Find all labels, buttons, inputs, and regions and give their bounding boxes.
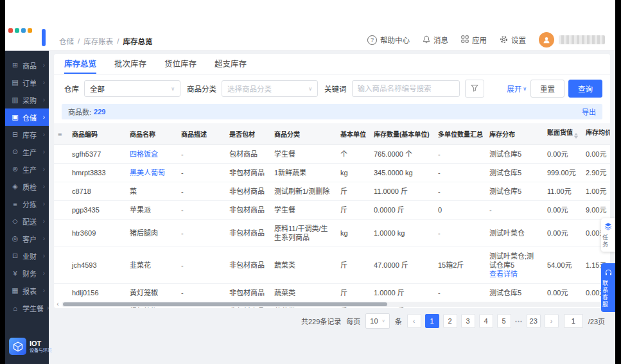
column-header-book_value[interactable]: 账面货值 [543, 123, 582, 145]
name-cell: 猪后腿肉 [126, 220, 177, 247]
sort-icon[interactable] [574, 131, 578, 141]
qty-cell: 0.0000 斤 [370, 201, 434, 220]
logo-block-orange [28, 28, 32, 33]
chevron-right-icon: › [43, 183, 45, 190]
distribution-cell: 测试仓库5 [485, 284, 543, 302]
name-cell: 黄灯笼椒 [126, 284, 177, 302]
qty-cell: 345.0000 kg [370, 164, 434, 182]
tab-批次库存[interactable]: 批次库存 [114, 54, 146, 74]
column-header-multi[interactable]: 多单位数量汇总 [434, 123, 485, 145]
sidebar-item-质检[interactable]: ◈质检› [5, 178, 49, 195]
column-header-avg_price[interactable]: 库存均价 [582, 123, 610, 145]
sidebar-item-业财[interactable]: ⊡业财› [5, 247, 49, 264]
breadcrumb-separator: / [117, 37, 119, 45]
column-header-unit[interactable]: 基本单位 [337, 123, 370, 145]
prev-page-button[interactable]: ‹ [407, 314, 421, 328]
column-header-packaging[interactable]: 是否包材 [225, 123, 270, 145]
page-button-23[interactable]: 23 [527, 314, 541, 328]
column-header-desc[interactable]: 商品描述 [177, 123, 225, 145]
sidebar-item-分拣[interactable]: ≡分拣› [5, 195, 49, 212]
sidebar-item-生产[interactable]: ⊙生产› [5, 143, 49, 160]
orders-icon: ▤ [11, 78, 19, 87]
user-menu[interactable] [539, 32, 605, 48]
sidebar-item-客户[interactable]: ◎客户› [5, 230, 49, 247]
packaging-cell: 非包材商品 [225, 247, 270, 284]
tasks-float-button[interactable]: 任务 [601, 218, 615, 252]
desc-cell: - [177, 145, 225, 164]
tab-库存总览[interactable]: 库存总览 [64, 54, 96, 74]
sidebar-item-仓储[interactable]: ▣仓储› [5, 108, 49, 126]
column-header-name[interactable]: 商品名称 [126, 123, 177, 145]
sidebar-item-生产[interactable]: ⊚生产› [5, 160, 49, 178]
support-float-button[interactable]: 联系客服 [601, 263, 615, 312]
reset-button[interactable]: 重置 [530, 80, 564, 98]
help-label: 帮助中心 [380, 35, 410, 45]
column-header-qty[interactable]: 库存数量(基本单位) [370, 123, 434, 145]
brand-title: IOT [30, 340, 52, 347]
advanced-filter-button[interactable] [465, 80, 484, 98]
sidebar-item-订单[interactable]: ▤订单› [5, 74, 49, 91]
sidebar-item-库存[interactable]: ⊟库存› [5, 126, 49, 143]
category-cell: 1新鲜蔬果 [270, 164, 337, 182]
column-header-category[interactable]: 商品分类 [270, 123, 337, 145]
tab-超支库存[interactable]: 超支库存 [214, 54, 247, 74]
sidebar-item-报表[interactable]: ▦报表› [5, 282, 49, 299]
chevron-down-icon: ∨ [304, 86, 312, 92]
column-settings-icon[interactable]: ≡ [58, 130, 62, 138]
tab-货位库存[interactable]: 货位库存 [164, 54, 197, 74]
sidebar-item-label: 质检 [22, 182, 37, 192]
messages-button[interactable]: 消息 [423, 35, 448, 45]
settings-button[interactable]: 设置 [500, 35, 526, 45]
page-jump-input[interactable] [564, 314, 583, 328]
name-cell: 苹果派 [126, 201, 177, 220]
app-window: 仓储 / 库存账表 / 库存总览 ? 帮助中心 消息 应用 设置 [5, 0, 615, 364]
sidebar-item-商品[interactable]: ⊞商品› [5, 56, 49, 74]
page-button-2[interactable]: 2 [443, 314, 457, 328]
sidebar-item-label: 报表 [22, 286, 37, 296]
page-button-3[interactable]: 3 [461, 314, 475, 328]
sidebar-item-采购[interactable]: ▥采购› [5, 91, 49, 108]
column-header-handle[interactable]: ≡ [54, 123, 68, 145]
scrollbar-track[interactable] [62, 302, 602, 307]
scrollbar-thumb[interactable] [63, 302, 387, 306]
keyword-input[interactable] [352, 80, 460, 97]
sidebar-item-label: 客户 [22, 234, 37, 244]
sidebar-item-学生餐[interactable]: ⌂学生餐› [5, 299, 49, 316]
page-button-4[interactable]: 4 [479, 314, 493, 328]
chevron-right-icon: › [43, 148, 45, 155]
chevron-down-icon: ∨ [523, 86, 527, 92]
search-button[interactable]: 查询 [568, 80, 602, 98]
product-name-link[interactable]: 黑美人葡萄 [130, 169, 165, 177]
products-icon: ⊞ [11, 61, 19, 69]
scroll-left-icon[interactable]: ‹ [55, 301, 60, 308]
desc-cell: - [177, 284, 225, 302]
next-page-button[interactable]: › [545, 314, 559, 328]
help-center-button[interactable]: ? 帮助中心 [367, 35, 410, 45]
category-select[interactable]: 选择商品分类 ∨ [222, 80, 318, 97]
sidebar-item-配送[interactable]: ◇配送› [5, 212, 49, 230]
apps-button[interactable]: 应用 [461, 35, 487, 45]
breadcrumb-item[interactable]: 库存账表 [83, 36, 113, 46]
breadcrumb-item[interactable]: 仓储 [59, 36, 74, 46]
book_value-cell: 0.00元 [543, 284, 582, 302]
page-button-1[interactable]: 1 [425, 314, 439, 328]
brand-subtitle: 设备与环境 [30, 347, 52, 353]
view-detail-link[interactable]: 查看详情 [489, 270, 540, 279]
page-button-5[interactable]: 5 [497, 314, 511, 328]
purchase-icon: ▥ [11, 96, 19, 104]
per-page-select[interactable]: 10 ∨ [365, 313, 389, 329]
chevron-right-icon: › [43, 79, 45, 86]
column-header-code[interactable]: 商品编码 [68, 123, 126, 145]
product-name-link[interactable]: 四格饭盒 [130, 150, 158, 158]
column-header-distribution[interactable]: 库存分布 [485, 123, 543, 145]
support-label: 联系客服 [601, 280, 609, 308]
expand-label: 展开 [507, 83, 521, 94]
sidebar-item-label: 学生餐 [22, 303, 44, 313]
sidebar-item-财务[interactable]: ¥财务› [5, 264, 49, 282]
warehouse-select[interactable]: 全部 ∨ [84, 80, 180, 97]
headset-icon [605, 267, 612, 278]
tab-bar: 库存总览批次库存货位库存超支库存 [54, 54, 610, 74]
quality-icon: ◈ [11, 182, 19, 191]
export-link[interactable]: 导出 [582, 107, 596, 117]
expand-link[interactable]: 展开 ∨ [507, 83, 527, 94]
